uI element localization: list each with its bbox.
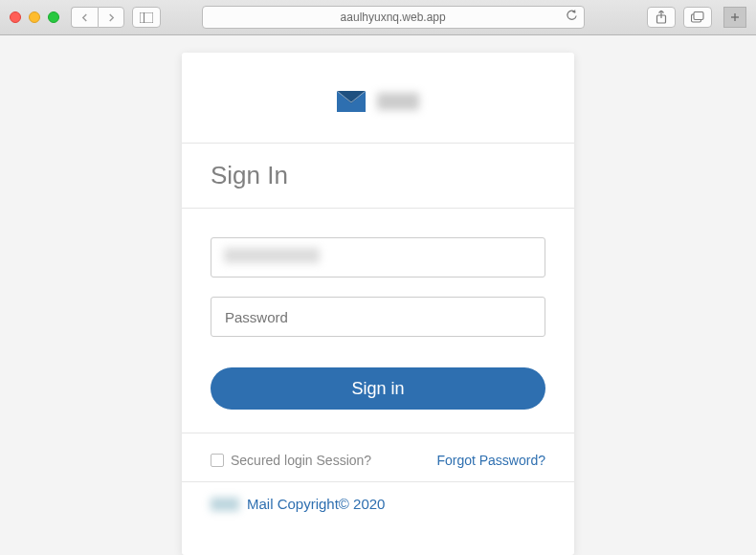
svg-rect-0 — [140, 12, 153, 23]
password-field[interactable] — [211, 297, 545, 337]
form-footer: Secured login Session? Forgot Password? — [182, 433, 574, 481]
email-value-redacted — [224, 248, 320, 263]
secured-session-checkbox[interactable] — [211, 454, 224, 467]
secured-session-label: Secured login Session? — [231, 453, 371, 468]
secured-session-checkbox-wrap[interactable]: Secured login Session? — [211, 453, 371, 468]
signin-title: Sign In — [182, 143, 574, 209]
logo-area — [182, 91, 574, 112]
share-button[interactable] — [647, 7, 676, 28]
copyright-footer: Mail Copyright© 2020 — [182, 481, 574, 525]
browser-toolbar: aaulhyuxnq.web.app — [0, 0, 756, 35]
address-bar[interactable]: aaulhyuxnq.web.app — [202, 6, 585, 29]
forward-button[interactable] — [98, 7, 124, 28]
copyright-text: Mail Copyright© 2020 — [247, 496, 385, 512]
login-card: Sign In Sign in Secured login Session? F… — [182, 53, 574, 555]
sidebar-toggle-button[interactable] — [132, 7, 161, 28]
page-content: Sign In Sign in Secured login Session? F… — [0, 35, 756, 555]
svg-rect-5 — [694, 12, 703, 20]
copyright-brand-redacted — [211, 498, 239, 511]
logo-text-redacted — [377, 93, 419, 110]
maximize-window-button[interactable] — [48, 11, 59, 23]
minimize-window-button[interactable] — [29, 11, 40, 23]
mail-icon — [337, 91, 366, 112]
url-text: aaulhyuxnq.web.app — [341, 11, 446, 24]
reload-icon[interactable] — [566, 10, 578, 25]
forgot-password-link[interactable]: Forgot Password? — [436, 453, 545, 468]
back-button[interactable] — [71, 7, 98, 28]
new-tab-button[interactable] — [723, 7, 746, 28]
tabs-button[interactable] — [683, 7, 712, 28]
close-window-button[interactable] — [10, 11, 21, 23]
login-form: Sign in — [182, 209, 574, 429]
signin-button[interactable]: Sign in — [211, 367, 545, 410]
